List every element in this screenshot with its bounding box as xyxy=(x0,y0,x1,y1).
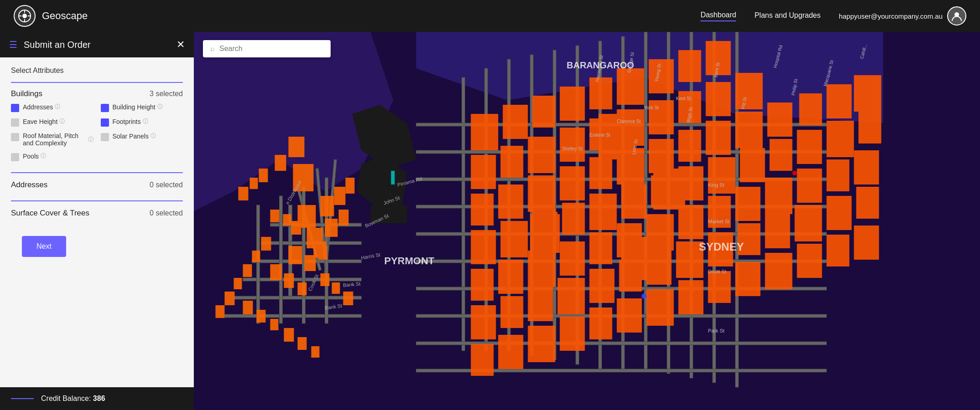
solar-panels-label: Solar Panels ⓘ xyxy=(113,132,156,140)
svg-rect-108 xyxy=(649,139,674,173)
svg-rect-53 xyxy=(334,187,346,205)
svg-rect-142 xyxy=(827,159,850,191)
building-height-checkbox[interactable] xyxy=(101,104,109,112)
svg-rect-64 xyxy=(234,278,242,289)
user-info: happyuser@yourcompany.com.au xyxy=(839,6,966,26)
building-height-help-icon[interactable]: ⓘ xyxy=(157,103,163,111)
svg-rect-148 xyxy=(590,269,615,303)
svg-rect-128 xyxy=(827,121,854,157)
attr-roof-material: Roof Material, Pitch and Complexity ⓘ xyxy=(11,132,93,147)
surface-trees-title: Surface Cover & Trees xyxy=(11,209,89,218)
nav-plans[interactable]: Plans and Upgrades xyxy=(754,11,820,21)
svg-point-208 xyxy=(642,293,647,299)
pools-help-icon[interactable]: ⓘ xyxy=(41,152,46,160)
svg-rect-160 xyxy=(528,326,555,362)
svg-rect-47 xyxy=(275,155,286,171)
svg-rect-115 xyxy=(854,75,881,112)
svg-rect-61 xyxy=(261,237,271,251)
credit-line xyxy=(11,398,34,399)
pools-checkbox[interactable] xyxy=(11,153,19,161)
eave-height-help-icon[interactable]: ⓘ xyxy=(59,118,65,125)
svg-rect-103 xyxy=(498,184,524,219)
sidebar-title: Submit an Order xyxy=(24,40,170,50)
svg-text:PYRMONT: PYRMONT xyxy=(384,255,435,266)
svg-rect-165 xyxy=(679,280,704,314)
svg-rect-131 xyxy=(498,260,524,294)
svg-rect-147 xyxy=(558,278,585,314)
svg-rect-87 xyxy=(590,77,612,109)
svg-rect-88 xyxy=(617,68,644,105)
footprints-help-icon[interactable]: ⓘ xyxy=(143,118,148,125)
search-icon: ⌕ xyxy=(210,45,215,53)
credit-value: 386 xyxy=(93,395,105,402)
svg-rect-129 xyxy=(859,112,881,144)
svg-rect-106 xyxy=(590,157,612,189)
svg-rect-105 xyxy=(560,166,585,200)
search-input[interactable] xyxy=(219,45,323,53)
svg-rect-102 xyxy=(471,194,494,226)
svg-rect-110 xyxy=(706,121,731,155)
svg-text:SYDNEY: SYDNEY xyxy=(699,241,744,253)
surface-trees-section-header[interactable]: Surface Cover & Trees 0 selected xyxy=(11,201,183,225)
roof-material-checkbox[interactable] xyxy=(11,133,19,141)
next-button[interactable]: Next xyxy=(22,236,66,257)
svg-rect-168 xyxy=(765,253,793,289)
svg-text:Shelley St: Shelley St xyxy=(562,146,583,151)
svg-rect-104 xyxy=(528,175,555,212)
svg-rect-49 xyxy=(250,178,258,189)
svg-rect-58 xyxy=(289,246,302,264)
svg-rect-164 xyxy=(647,289,674,326)
svg-rect-174 xyxy=(530,214,560,253)
close-button[interactable]: ✕ xyxy=(176,40,185,50)
surface-trees-count: 0 selected xyxy=(150,209,183,217)
solar-panels-checkbox[interactable] xyxy=(101,133,109,141)
nav-dashboard[interactable]: Dashboard xyxy=(700,11,736,21)
attr-eave-height: Eave Height ⓘ xyxy=(11,118,93,127)
svg-rect-63 xyxy=(243,264,252,277)
svg-rect-75 xyxy=(311,346,320,358)
svg-text:York St: York St xyxy=(644,105,659,110)
menu-icon[interactable]: ☰ xyxy=(9,39,17,50)
logo-icon xyxy=(14,5,36,27)
svg-text:Erskine St: Erskine St xyxy=(590,133,611,138)
search-box: ⌕ xyxy=(203,40,331,57)
roof-material-label: Roof Material, Pitch and Complexity ⓘ xyxy=(23,132,93,147)
attr-solar-panels: Solar Panels ⓘ xyxy=(101,132,183,147)
svg-rect-159 xyxy=(498,335,524,369)
credit-label: Credit Balance: xyxy=(41,395,91,402)
sidebar: ☰ Submit an Order ✕ Select Attributes Bu… xyxy=(0,32,194,410)
navbar-left: Geoscape xyxy=(14,5,88,27)
surface-trees-section: Surface Cover & Trees 0 selected xyxy=(11,200,183,225)
addresses-help-icon[interactable]: ⓘ xyxy=(55,103,60,111)
attr-pools: Pools ⓘ xyxy=(11,152,93,161)
app-title: Geoscape xyxy=(42,10,88,22)
svg-rect-155 xyxy=(795,205,822,241)
avatar[interactable] xyxy=(947,6,966,26)
navbar-right: Dashboard Plans and Upgrades happyuser@y… xyxy=(700,6,966,26)
svg-rect-132 xyxy=(528,251,555,287)
addresses-section-header[interactable]: Addresses 0 selected xyxy=(11,173,183,197)
svg-rect-18 xyxy=(257,205,260,323)
addresses-checkbox[interactable] xyxy=(11,104,19,112)
sidebar-header: ☰ Submit an Order ✕ xyxy=(0,32,194,57)
svg-text:Market St: Market St xyxy=(708,219,730,224)
eave-height-checkbox[interactable] xyxy=(11,118,19,127)
roof-material-help-icon[interactable]: ⓘ xyxy=(88,136,93,144)
eave-height-label: Eave Height ⓘ xyxy=(23,118,65,125)
buildings-count: 3 selected xyxy=(150,90,183,98)
svg-rect-66 xyxy=(216,305,225,318)
svg-rect-101 xyxy=(736,73,763,109)
footprints-checkbox[interactable] xyxy=(101,118,109,127)
svg-rect-166 xyxy=(708,271,731,303)
svg-rect-175 xyxy=(622,237,656,280)
select-attributes-label: Select Attributes xyxy=(11,67,183,75)
footprints-label: Footprints ⓘ xyxy=(113,118,148,125)
solar-panels-help-icon[interactable]: ⓘ xyxy=(150,132,156,140)
addresses-label: Addresses ⓘ xyxy=(23,103,60,111)
svg-rect-144 xyxy=(471,305,496,339)
svg-rect-54 xyxy=(346,178,355,194)
svg-rect-92 xyxy=(471,155,496,189)
svg-text:King St: King St xyxy=(708,182,724,188)
svg-rect-143 xyxy=(854,150,879,184)
svg-rect-141 xyxy=(797,169,822,203)
